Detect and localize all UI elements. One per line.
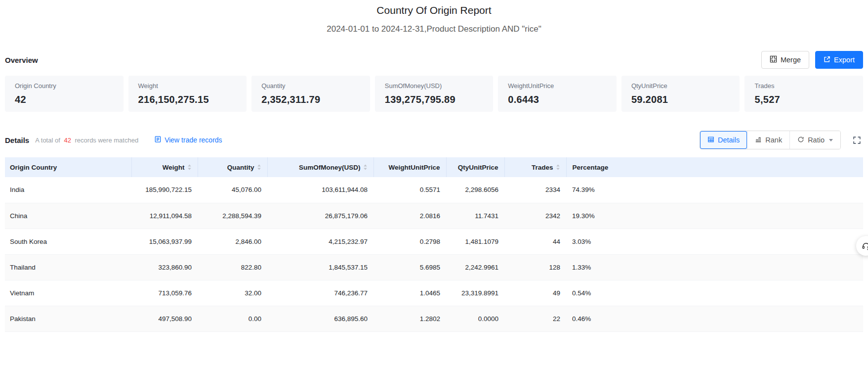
column-header-sum-of-money[interactable]: SumOfMoney(USD): [267, 157, 373, 177]
stat-card-value: 216,150,275.15: [138, 94, 237, 105]
cell-qty-unit-price: 2,298.6056: [446, 177, 504, 203]
cell-quantity: 822.80: [198, 254, 267, 280]
stat-card-label: Origin Country: [15, 82, 114, 90]
cell-weight: 12,911,094.58: [131, 203, 198, 229]
export-button[interactable]: Export: [815, 51, 863, 69]
cell-quantity: 2,846.00: [198, 229, 267, 254]
tab-details-label: Details: [718, 136, 740, 144]
cell-qty-unit-price: 0.0000: [446, 306, 504, 331]
table-header-row: Origin Country Weight Quantity SumOfMone…: [5, 157, 863, 177]
cell-percentage: 1.33%: [566, 254, 863, 280]
stat-card-trades: Trades 5,527: [744, 76, 863, 112]
stat-card-value: 0.6443: [508, 94, 607, 105]
cell-quantity: 45,076.00: [198, 177, 267, 203]
column-header-trades[interactable]: Trades: [504, 157, 566, 177]
cell-country: South Korea: [5, 229, 131, 254]
stat-card-qty-unit-price: QtyUnitPrice 59.2081: [621, 76, 740, 112]
cell-sum: 4,215,232.97: [267, 229, 373, 254]
overview-actions: Merge Export: [761, 51, 863, 69]
summary-suffix: records were matched: [75, 137, 139, 144]
sort-icon[interactable]: [363, 164, 368, 170]
stat-card-value: 139,275,795.89: [385, 94, 484, 105]
trade-link-label: View trade records: [165, 136, 222, 144]
cell-qty-unit-price: 2,242.9961: [446, 254, 504, 280]
cell-weight: 497,508.90: [131, 306, 198, 331]
tab-details[interactable]: Details: [700, 131, 747, 149]
cell-quantity: 32.00: [198, 280, 267, 306]
tab-rank[interactable]: Rank: [747, 131, 789, 149]
sort-icon[interactable]: [257, 164, 261, 170]
stat-card-sum-of-money: SumOfMoney(USD) 139,275,795.89: [375, 76, 494, 112]
rank-icon: [755, 136, 762, 144]
column-label: SumOfMoney(USD): [299, 164, 361, 171]
table-header: Origin Country Weight Quantity SumOfMone…: [5, 157, 863, 177]
merge-button[interactable]: Merge: [761, 51, 809, 69]
merge-button-label: Merge: [781, 56, 801, 64]
column-header-weight[interactable]: Weight: [131, 157, 198, 177]
column-header-quantity[interactable]: Quantity: [198, 157, 267, 177]
column-header-weight-unit-price: WeightUnitPrice: [373, 157, 446, 177]
cell-percentage: 3.03%: [566, 229, 863, 254]
tab-ratio-label: Ratio: [808, 136, 825, 144]
ratio-refresh-icon: [797, 136, 804, 144]
fullscreen-icon: [853, 136, 861, 144]
trade-records-icon: [154, 136, 162, 144]
page-title: Country Of Origin Report: [5, 0, 863, 16]
sort-icon[interactable]: [187, 164, 192, 170]
column-header-percentage: Percentage: [566, 157, 863, 177]
cell-weight: 15,063,937.99: [131, 229, 198, 254]
column-label: Quantity: [227, 164, 254, 171]
cell-quantity: 0.00: [198, 306, 267, 331]
report-subtitle: 2024-01-01 to 2024-12-31,Product Descrip…: [5, 24, 863, 34]
cell-sum: 746,236.77: [267, 280, 373, 306]
cell-sum: 636,895.60: [267, 306, 373, 331]
overview-cards: Origin Country 42 Weight 216,150,275.15 …: [5, 76, 863, 112]
summary-count: 42: [64, 137, 71, 144]
stat-card-label: Quantity: [261, 82, 360, 90]
cell-weight-unit-price: 0.5571: [373, 177, 446, 203]
view-trade-records-link[interactable]: View trade records: [154, 136, 222, 144]
details-label: Details: [5, 136, 29, 144]
cell-percentage: 74.39%: [566, 177, 863, 203]
table-row-india: India 185,990,722.15 45,076.00 103,611,9…: [5, 177, 863, 203]
overview-bar: Overview Merge Export: [5, 51, 863, 69]
sort-icon[interactable]: [556, 164, 560, 170]
cell-country: India: [5, 177, 131, 203]
view-mode-switcher: Details Rank Ratio: [700, 131, 841, 149]
cell-trades: 2342: [504, 203, 566, 229]
cell-weight: 185,990,722.15: [131, 177, 198, 203]
details-bar: Details A total of 42 records were match…: [5, 131, 863, 149]
column-label: QtyUnitPrice: [458, 164, 498, 171]
stat-card-origin-country: Origin Country 42: [5, 76, 124, 112]
column-header-qty-unit-price: QtyUnitPrice: [446, 157, 504, 177]
summary-prefix: A total of: [35, 137, 60, 144]
column-label: Percentage: [573, 164, 609, 171]
cell-qty-unit-price: 1,481.1079: [446, 229, 504, 254]
stat-card-value: 5,527: [754, 94, 853, 105]
details-table-icon: [707, 136, 714, 144]
cell-trades: 44: [504, 229, 566, 254]
stat-card-label: Weight: [138, 82, 237, 90]
column-label: Weight: [163, 164, 185, 171]
table-row-thailand: Thailand 323,860.90 822.80 1,845,537.15 …: [5, 254, 863, 280]
stat-card-weight-unit-price: WeightUnitPrice 0.6443: [498, 76, 617, 112]
headset-icon: [862, 241, 868, 250]
stat-card-label: QtyUnitPrice: [631, 82, 730, 90]
stat-card-quantity: Quantity 2,352,311.79: [251, 76, 370, 112]
cell-trades: 2334: [504, 177, 566, 203]
cell-sum: 26,875,179.06: [267, 203, 373, 229]
column-label: WeightUnitPrice: [388, 164, 440, 171]
overview-label: Overview: [5, 56, 38, 64]
fullscreen-button[interactable]: [851, 134, 863, 146]
tab-rank-label: Rank: [765, 136, 782, 144]
cell-trades: 49: [504, 280, 566, 306]
cell-sum: 1,845,537.15: [267, 254, 373, 280]
cell-country: Vietnam: [5, 280, 131, 306]
table-row-china: China 12,911,094.58 2,288,594.39 26,875,…: [5, 203, 863, 229]
column-label: Origin Country: [10, 164, 57, 171]
cell-country: Thailand: [5, 254, 131, 280]
stat-card-label: Trades: [754, 82, 853, 90]
export-icon: [824, 56, 830, 64]
tab-ratio[interactable]: Ratio: [789, 131, 840, 149]
stat-card-label: WeightUnitPrice: [508, 82, 607, 90]
